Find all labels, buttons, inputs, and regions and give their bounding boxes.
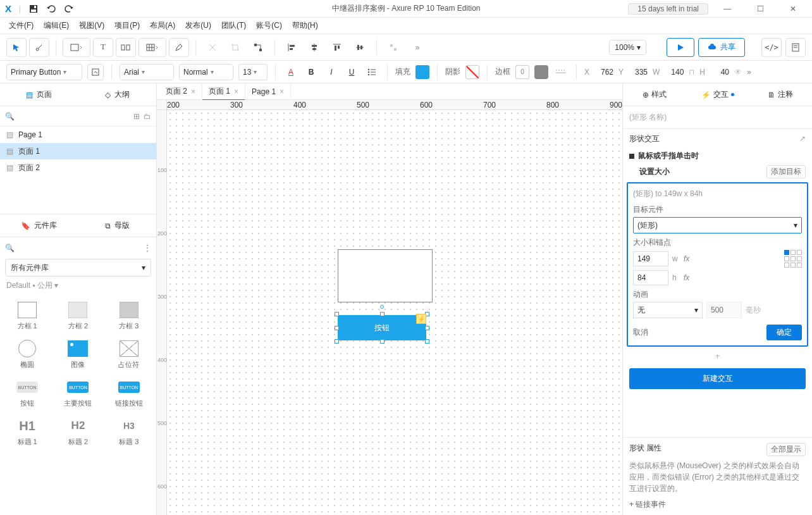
reset-style-button[interactable] [87, 64, 104, 80]
shadow-swatch[interactable] [465, 65, 479, 79]
duration-input[interactable] [706, 302, 742, 318]
event-title[interactable]: 鼠标或手指单击时 [629, 148, 806, 164]
add-page-icon[interactable]: ⊞ [133, 112, 140, 121]
library-search-input[interactable] [18, 244, 140, 252]
more-tools[interactable]: » [407, 38, 428, 57]
border-color-swatch[interactable] [534, 65, 548, 79]
menu-project[interactable]: 项目(P) [111, 19, 144, 32]
select-tool[interactable] [6, 38, 27, 57]
menu-team[interactable]: 团队(T) [218, 19, 250, 32]
align-center-tool[interactable] [304, 38, 324, 57]
tab-interactions[interactable]: ⚡交互 [686, 84, 749, 106]
widget-primary-button[interactable]: BUTTON主要按钮 [54, 376, 101, 411]
undo-icon[interactable] [46, 4, 56, 14]
widget-h1[interactable]: H1标题 1 [4, 414, 51, 449]
add-action-button[interactable]: + [623, 349, 812, 363]
visibility-icon[interactable]: 👁 [734, 68, 742, 77]
height-field[interactable]: H40 [699, 68, 729, 77]
pages-search-input[interactable] [18, 112, 130, 121]
text-color-button[interactable]: A [283, 65, 298, 80]
close-button[interactable]: ✕ [779, 0, 807, 18]
align-left-tool[interactable] [281, 38, 302, 57]
share-button[interactable]: 共享 [698, 38, 745, 57]
widget-h2[interactable]: H2标题 2 [54, 414, 101, 449]
minimize-button[interactable]: — [713, 0, 741, 18]
lock-aspect-icon[interactable]: ⊓ [689, 68, 694, 77]
border-style-button[interactable] [553, 65, 569, 80]
widget-box2[interactable]: 方框 2 [54, 299, 101, 333]
tab-masters[interactable]: ⧉母版 [78, 214, 157, 237]
cut-tool[interactable] [202, 38, 223, 57]
redo-icon[interactable] [64, 4, 74, 14]
tab-library[interactable]: 🔖元件库 [0, 214, 78, 237]
widget-h3[interactable]: H3标题 3 [106, 414, 152, 449]
line-tool[interactable] [116, 38, 136, 57]
library-options-icon[interactable]: ⋮ [144, 244, 151, 252]
table-tool[interactable] [138, 38, 166, 57]
zoom-select[interactable]: 100%▾ [609, 40, 646, 55]
page-item[interactable]: ▤Page 1 [0, 127, 156, 143]
widget-box3[interactable]: 方框 3 [106, 299, 152, 333]
show-all-button[interactable]: 全部显示 [766, 443, 806, 456]
canvas-rectangle[interactable] [338, 249, 433, 302]
border-width-swatch[interactable]: 0 [515, 65, 529, 79]
add-target-button[interactable]: 添加目标 [766, 165, 806, 178]
close-icon[interactable]: × [234, 87, 238, 96]
connector-tool[interactable] [248, 38, 268, 57]
text-tool[interactable]: T [93, 38, 113, 57]
pen-tool[interactable] [169, 38, 189, 57]
menu-view[interactable]: 视图(V) [75, 19, 108, 32]
tab-notes[interactable]: 🗎注释 [749, 84, 812, 106]
doc-tab[interactable]: 页面 1× [202, 84, 245, 100]
tab-pages[interactable]: ▤页面 [0, 84, 78, 106]
notes-button[interactable] [785, 38, 806, 57]
x-position[interactable]: X762 [584, 68, 613, 77]
underline-button[interactable]: U [344, 65, 359, 80]
save-icon[interactable] [28, 4, 39, 14]
font-select[interactable]: Arial▾ [120, 64, 174, 80]
cancel-button[interactable]: 取消 [633, 327, 648, 338]
canvas[interactable]: 按钮 ⚡ [167, 110, 622, 515]
bold-button[interactable]: B [304, 65, 319, 80]
width-input[interactable] [633, 251, 668, 266]
animation-select[interactable]: 无▾ [633, 302, 703, 318]
y-position[interactable]: Y335 [618, 68, 648, 77]
interaction-badge-icon[interactable]: ⚡ [416, 314, 426, 324]
external-link-icon[interactable]: ↗ [799, 134, 806, 143]
action-name[interactable]: 设置大小 [639, 166, 670, 177]
align-middle-tool[interactable] [350, 38, 370, 57]
point-tool[interactable] [29, 38, 49, 57]
fx-button[interactable]: fx [684, 273, 689, 282]
rotate-handle[interactable] [380, 305, 384, 309]
widget-image[interactable]: 图像 [54, 337, 101, 372]
menu-help[interactable]: 帮助(H) [288, 19, 322, 32]
target-select[interactable]: (矩形)▾ [633, 217, 802, 233]
widget-placeholder[interactable]: 占位符 [106, 337, 152, 372]
anchor-grid[interactable] [784, 250, 802, 268]
rectangle-tool[interactable] [63, 38, 90, 57]
width-field[interactable]: W140 [653, 68, 684, 77]
link-event-button[interactable]: + 链接事件 [629, 499, 806, 510]
menu-file[interactable]: 文件(F) [5, 19, 37, 32]
height-input[interactable] [633, 270, 668, 285]
library-category[interactable]: Default ▪ 公用 ▾ [0, 276, 156, 295]
menu-account[interactable]: 账号(C) [252, 19, 286, 32]
page-item[interactable]: ▤页面 1 [0, 143, 156, 159]
distribute-tool[interactable] [383, 38, 403, 57]
style-name-select[interactable]: Primary Button▾ [6, 64, 82, 80]
font-weight-select[interactable]: Normal▾ [179, 64, 233, 80]
menu-publish[interactable]: 发布(U) [181, 19, 215, 32]
close-icon[interactable]: × [191, 87, 195, 96]
preview-button[interactable] [667, 38, 694, 57]
font-size-select[interactable]: 13▾ [238, 64, 268, 80]
widget-name-field[interactable]: (矩形 名称) [623, 106, 812, 129]
doc-tab[interactable]: Page 1× [245, 84, 291, 100]
close-icon[interactable]: × [280, 87, 284, 96]
widget-button[interactable]: BUTTON按钮 [4, 376, 51, 411]
ok-button[interactable]: 确定 [766, 325, 802, 340]
more-style-icon[interactable]: » [747, 68, 751, 77]
tab-outline[interactable]: ◇大纲 [78, 84, 157, 106]
widget-box1[interactable]: 方框 1 [4, 299, 51, 333]
bullet-list-button[interactable] [364, 65, 379, 80]
italic-button[interactable]: I [324, 65, 339, 80]
